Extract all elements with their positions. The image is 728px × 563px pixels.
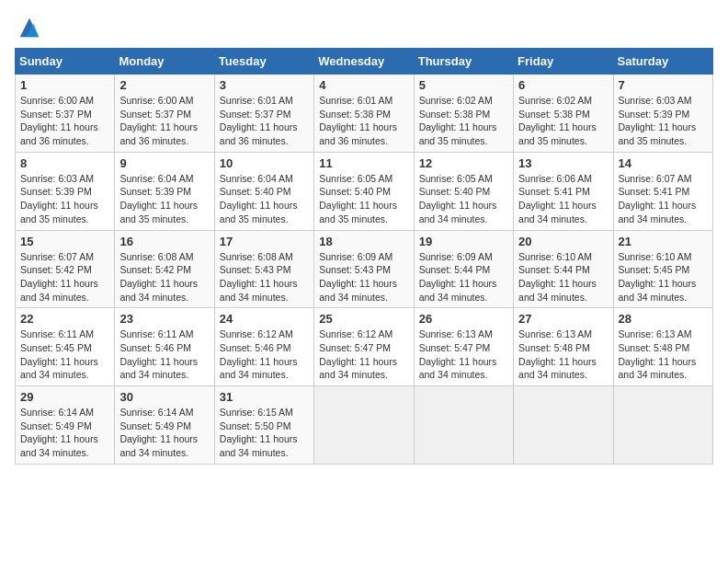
day-info: Sunrise: 6:08 AM Sunset: 5:43 PM Dayligh…	[220, 250, 309, 304]
calendar-table: SundayMondayTuesdayWednesdayThursdayFrid…	[15, 48, 713, 465]
day-number: 21	[619, 235, 708, 248]
day-info: Sunrise: 6:10 AM Sunset: 5:45 PM Dayligh…	[619, 250, 708, 304]
calendar-cell: 12 Sunrise: 6:05 AM Sunset: 5:40 PM Dayl…	[414, 152, 513, 230]
calendar-header: SundayMondayTuesdayWednesdayThursdayFrid…	[16, 49, 713, 75]
day-info: Sunrise: 6:03 AM Sunset: 5:39 PM Dayligh…	[20, 172, 109, 226]
calendar-cell: 2 Sunrise: 6:00 AM Sunset: 5:37 PM Dayli…	[115, 75, 214, 153]
calendar-cell	[613, 386, 712, 465]
day-info: Sunrise: 6:05 AM Sunset: 5:40 PM Dayligh…	[319, 172, 408, 226]
day-number: 9	[119, 156, 209, 170]
weekday-header-row: SundayMondayTuesdayWednesdayThursdayFrid…	[16, 49, 713, 75]
day-info: Sunrise: 6:10 AM Sunset: 5:44 PM Dayligh…	[518, 250, 608, 304]
day-number: 19	[419, 235, 508, 248]
day-number: 16	[119, 235, 209, 248]
calendar-cell: 21 Sunrise: 6:10 AM Sunset: 5:45 PM Dayl…	[613, 230, 712, 308]
day-number: 23	[119, 312, 209, 326]
calendar-cell: 6 Sunrise: 6:02 AM Sunset: 5:38 PM Dayli…	[514, 75, 613, 153]
calendar-cell: 20 Sunrise: 6:10 AM Sunset: 5:44 PM Dayl…	[514, 230, 613, 308]
day-info: Sunrise: 6:11 AM Sunset: 5:45 PM Dayligh…	[20, 327, 109, 382]
day-info: Sunrise: 6:14 AM Sunset: 5:49 PM Dayligh…	[119, 406, 209, 460]
day-info: Sunrise: 6:09 AM Sunset: 5:43 PM Dayligh…	[319, 250, 408, 304]
day-number: 30	[119, 390, 209, 404]
day-number: 2	[119, 78, 209, 92]
day-number: 15	[20, 235, 109, 248]
day-info: Sunrise: 6:07 AM Sunset: 5:42 PM Dayligh…	[20, 250, 109, 304]
weekday-header-monday: Monday	[115, 49, 214, 75]
calendar-cell: 31 Sunrise: 6:15 AM Sunset: 5:50 PM Dayl…	[214, 386, 313, 465]
day-number: 7	[619, 78, 708, 92]
calendar-cell: 3 Sunrise: 6:01 AM Sunset: 5:37 PM Dayli…	[214, 75, 313, 153]
calendar-cell: 25 Sunrise: 6:12 AM Sunset: 5:47 PM Dayl…	[314, 308, 414, 386]
day-number: 10	[220, 156, 309, 170]
day-info: Sunrise: 6:06 AM Sunset: 5:41 PM Dayligh…	[518, 172, 608, 226]
calendar-cell	[414, 386, 513, 465]
calendar-body: 1 Sunrise: 6:00 AM Sunset: 5:37 PM Dayli…	[16, 75, 713, 465]
day-info: Sunrise: 6:03 AM Sunset: 5:39 PM Dayligh…	[619, 94, 708, 148]
day-number: 3	[220, 78, 309, 92]
calendar-cell	[314, 386, 414, 465]
calendar-cell: 8 Sunrise: 6:03 AM Sunset: 5:39 PM Dayli…	[16, 152, 115, 230]
day-info: Sunrise: 6:08 AM Sunset: 5:42 PM Dayligh…	[119, 250, 209, 304]
calendar-cell	[514, 386, 613, 465]
calendar-week-3: 15 Sunrise: 6:07 AM Sunset: 5:42 PM Dayl…	[16, 230, 713, 308]
calendar-week-4: 22 Sunrise: 6:11 AM Sunset: 5:45 PM Dayl…	[16, 308, 713, 386]
day-number: 24	[220, 312, 309, 326]
logo	[15, 15, 42, 40]
day-number: 8	[20, 156, 109, 170]
day-number: 14	[619, 156, 708, 170]
day-info: Sunrise: 6:00 AM Sunset: 5:37 PM Dayligh…	[119, 94, 209, 148]
calendar-cell: 30 Sunrise: 6:14 AM Sunset: 5:49 PM Dayl…	[115, 386, 214, 465]
day-number: 17	[220, 235, 309, 248]
day-number: 27	[518, 312, 608, 326]
day-info: Sunrise: 6:12 AM Sunset: 5:46 PM Dayligh…	[220, 327, 309, 382]
day-number: 11	[319, 156, 408, 170]
day-number: 20	[518, 235, 608, 248]
day-number: 22	[20, 312, 109, 326]
calendar-cell: 15 Sunrise: 6:07 AM Sunset: 5:42 PM Dayl…	[16, 230, 115, 308]
day-number: 4	[319, 78, 408, 92]
calendar-cell: 27 Sunrise: 6:13 AM Sunset: 5:48 PM Dayl…	[514, 308, 613, 386]
day-info: Sunrise: 6:09 AM Sunset: 5:44 PM Dayligh…	[419, 250, 508, 304]
calendar-cell: 5 Sunrise: 6:02 AM Sunset: 5:38 PM Dayli…	[414, 75, 513, 153]
calendar-cell: 13 Sunrise: 6:06 AM Sunset: 5:41 PM Dayl…	[514, 152, 613, 230]
day-info: Sunrise: 6:01 AM Sunset: 5:38 PM Dayligh…	[319, 94, 408, 148]
day-info: Sunrise: 6:01 AM Sunset: 5:37 PM Dayligh…	[220, 94, 309, 148]
day-number: 18	[319, 235, 408, 248]
day-number: 26	[419, 312, 508, 326]
calendar-cell: 11 Sunrise: 6:05 AM Sunset: 5:40 PM Dayl…	[314, 152, 414, 230]
calendar-cell: 26 Sunrise: 6:13 AM Sunset: 5:47 PM Dayl…	[414, 308, 513, 386]
day-info: Sunrise: 6:02 AM Sunset: 5:38 PM Dayligh…	[419, 94, 508, 148]
day-info: Sunrise: 6:05 AM Sunset: 5:40 PM Dayligh…	[419, 172, 508, 226]
calendar-week-2: 8 Sunrise: 6:03 AM Sunset: 5:39 PM Dayli…	[16, 152, 713, 230]
day-info: Sunrise: 6:13 AM Sunset: 5:48 PM Dayligh…	[619, 327, 708, 382]
weekday-header-tuesday: Tuesday	[214, 49, 313, 75]
calendar-cell: 23 Sunrise: 6:11 AM Sunset: 5:46 PM Dayl…	[115, 308, 214, 386]
day-info: Sunrise: 6:00 AM Sunset: 5:37 PM Dayligh…	[20, 94, 109, 148]
day-info: Sunrise: 6:12 AM Sunset: 5:47 PM Dayligh…	[319, 327, 408, 382]
calendar-cell: 29 Sunrise: 6:14 AM Sunset: 5:49 PM Dayl…	[16, 386, 115, 465]
calendar-cell: 9 Sunrise: 6:04 AM Sunset: 5:39 PM Dayli…	[115, 152, 214, 230]
calendar-cell: 19 Sunrise: 6:09 AM Sunset: 5:44 PM Dayl…	[414, 230, 513, 308]
day-info: Sunrise: 6:15 AM Sunset: 5:50 PM Dayligh…	[220, 406, 309, 460]
day-number: 25	[319, 312, 408, 326]
day-number: 6	[518, 78, 608, 92]
day-number: 5	[419, 78, 508, 92]
weekday-header-thursday: Thursday	[414, 49, 513, 75]
calendar-week-5: 29 Sunrise: 6:14 AM Sunset: 5:49 PM Dayl…	[16, 386, 713, 465]
day-number: 29	[20, 390, 109, 404]
day-info: Sunrise: 6:07 AM Sunset: 5:41 PM Dayligh…	[619, 172, 708, 226]
calendar-cell: 1 Sunrise: 6:00 AM Sunset: 5:37 PM Dayli…	[16, 75, 115, 153]
day-info: Sunrise: 6:13 AM Sunset: 5:47 PM Dayligh…	[419, 327, 508, 382]
day-info: Sunrise: 6:11 AM Sunset: 5:46 PM Dayligh…	[119, 327, 209, 382]
calendar-cell: 7 Sunrise: 6:03 AM Sunset: 5:39 PM Dayli…	[613, 75, 712, 153]
day-info: Sunrise: 6:13 AM Sunset: 5:48 PM Dayligh…	[518, 327, 608, 382]
logo-icon	[17, 15, 42, 40]
day-number: 31	[220, 390, 309, 404]
day-info: Sunrise: 6:04 AM Sunset: 5:39 PM Dayligh…	[119, 172, 209, 226]
calendar-cell: 18 Sunrise: 6:09 AM Sunset: 5:43 PM Dayl…	[314, 230, 414, 308]
day-info: Sunrise: 6:02 AM Sunset: 5:38 PM Dayligh…	[518, 94, 608, 148]
weekday-header-saturday: Saturday	[613, 49, 712, 75]
day-info: Sunrise: 6:14 AM Sunset: 5:49 PM Dayligh…	[20, 406, 109, 460]
calendar-cell: 28 Sunrise: 6:13 AM Sunset: 5:48 PM Dayl…	[613, 308, 712, 386]
day-number: 13	[518, 156, 608, 170]
